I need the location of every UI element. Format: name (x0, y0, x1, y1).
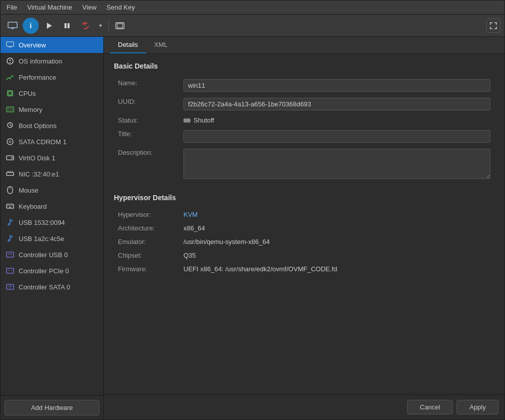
svg-rect-17 (9, 92, 12, 95)
svg-rect-4 (65, 23, 67, 28)
svg-point-15 (10, 62, 11, 63)
sidebar-label-virtio-disk-1: VirtIO Disk 1 (19, 154, 55, 162)
sidebar-item-os-information[interactable]: OS information (1, 53, 103, 69)
sidebar-item-controller-pcie-0[interactable]: Controller PCIe 0 (1, 263, 103, 279)
description-value-cell (179, 146, 494, 184)
sidebar-item-performance[interactable]: Performance (1, 69, 103, 85)
menu-view[interactable]: View (80, 3, 98, 12)
sidebar-label-keyboard: Keyboard (19, 203, 47, 210)
sidebar-item-virtio-disk-1[interactable]: VirtIO Disk 1 (1, 150, 103, 166)
apply-button[interactable]: Apply (457, 400, 498, 414)
usb-1-icon (6, 218, 15, 227)
sidebar-label-overview: Overview (19, 41, 46, 49)
svg-rect-49 (8, 240, 9, 242)
sidebar-label-controller-pcie-0: Controller PCIe 0 (19, 267, 69, 275)
uuid-value-cell: f2b26c72-2a4a-4a13-a656-1be70368d693 (179, 95, 494, 113)
sidebar-item-usb-1a2c-4c5e[interactable]: USB 1a2c:4c5e (1, 230, 103, 247)
nic-icon (6, 169, 15, 178)
power-button[interactable] (77, 18, 93, 34)
title-input[interactable] (183, 130, 490, 143)
svg-rect-54 (7, 268, 14, 273)
description-label: Description: (114, 146, 179, 184)
menu-send-key[interactable]: Send Key (104, 3, 137, 12)
fullscreen-icon (490, 22, 497, 29)
status-indicator (183, 118, 191, 123)
memory-icon (6, 105, 15, 114)
svg-rect-44 (8, 224, 9, 225)
monitor-icon (6, 40, 15, 49)
detail-content: Basic Details Name: UUID: f2b26c72-2a4a-… (104, 54, 504, 394)
sidebar-item-controller-sata-0[interactable]: Controller SATA 0 (1, 279, 103, 295)
cancel-button[interactable]: Cancel (407, 400, 453, 414)
menu-bar: File Virtual Machine View Send Key (1, 1, 504, 15)
sidebar-item-usb-1532-0094[interactable]: USB 1532:0094 (1, 214, 103, 230)
title-row: Title: (114, 127, 494, 146)
pause-icon (64, 22, 71, 29)
sidebar-item-overview[interactable]: Overview (1, 37, 103, 53)
architecture-label: Architecture: (114, 221, 179, 235)
boot-icon (6, 121, 15, 130)
hypervisor-details-table: Hypervisor: KVM Architecture: x86_64 Emu… (114, 208, 494, 276)
sidebar-item-controller-usb-0[interactable]: Controller USB 0 (1, 247, 103, 263)
description-textarea[interactable] (183, 149, 490, 179)
sidebar-label-controller-usb-0: Controller USB 0 (19, 251, 68, 259)
svg-rect-0 (8, 22, 17, 28)
status-row: Status: Shutoff (114, 113, 494, 127)
status-label: Status: (114, 113, 179, 127)
svg-rect-29 (7, 172, 14, 175)
sidebar-label-usb-1532-0094: USB 1532:0094 (19, 219, 65, 226)
architecture-value: x86_64 (179, 221, 494, 235)
sidebar-item-mouse[interactable]: Mouse (1, 182, 103, 198)
uuid-value: f2b26c72-2a4a-4a13-a656-1be70368d693 (183, 98, 490, 110)
status-value-cell: Shutoff (179, 113, 494, 127)
sidebar-label-boot-options: Boot Options (19, 122, 56, 130)
svg-rect-10 (7, 42, 14, 46)
chipset-label: Chipset: (114, 249, 179, 262)
svg-line-24 (10, 125, 12, 126)
add-hardware-button[interactable]: Add Hardware (5, 400, 99, 415)
sidebar-item-memory[interactable]: Memory (1, 101, 103, 117)
sidebar-label-controller-sata-0: Controller SATA 0 (19, 283, 70, 291)
monitor-icon (8, 22, 18, 30)
emulator-label: Emulator: (114, 235, 179, 249)
basic-details-title: Basic Details (114, 62, 494, 70)
tab-xml[interactable]: XML (146, 37, 176, 53)
sidebar-item-boot-options[interactable]: Boot Options (1, 117, 103, 134)
hypervisor-link[interactable]: KVM (183, 211, 198, 218)
info-button[interactable]: i (23, 18, 39, 34)
cdrom-icon (6, 137, 15, 146)
tab-details[interactable]: Details (110, 37, 146, 53)
hypervisor-value-cell: KVM (179, 208, 494, 221)
title-value-cell (179, 127, 494, 146)
play-button[interactable] (41, 18, 57, 34)
screenshot-icon (115, 22, 124, 29)
pause-button[interactable] (59, 18, 75, 34)
sidebar-item-nic[interactable]: NIC :32:40:e1 (1, 166, 103, 182)
hypervisor-details-title: Hypervisor Details (114, 194, 494, 202)
toolbar: i ▾ (1, 15, 504, 37)
sidebar-label-sata-cdrom-1: SATA CDROM 1 (19, 138, 67, 146)
menu-file[interactable]: File (5, 3, 19, 12)
name-label: Name: (114, 76, 179, 95)
power-dropdown[interactable]: ▾ (95, 18, 105, 34)
screenshot-button[interactable] (112, 18, 128, 34)
svg-marker-3 (47, 23, 52, 29)
menu-virtual-machine[interactable]: Virtual Machine (25, 3, 74, 12)
emulator-row: Emulator: /usr/bin/qemu-system-x86_64 (114, 235, 494, 249)
sidebar-item-sata-cdrom-1[interactable]: SATA CDROM 1 (1, 134, 103, 150)
hypervisor-label: Hypervisor: (114, 208, 179, 221)
name-input[interactable] (183, 79, 490, 92)
power-icon (81, 22, 89, 30)
monitor-button[interactable] (5, 18, 21, 34)
fullscreen-button[interactable] (486, 19, 500, 33)
sidebar-item-keyboard[interactable]: Keyboard (1, 198, 103, 214)
mouse-icon (6, 186, 15, 195)
performance-icon (6, 73, 15, 82)
controller-sata-icon (6, 282, 15, 291)
chipset-row: Chipset: Q35 (114, 249, 494, 262)
sidebar-item-cpus[interactable]: CPUs (1, 85, 103, 101)
svg-rect-27 (7, 156, 14, 160)
sidebar-label-performance: Performance (19, 74, 56, 81)
firmware-value: UEFI x86_64: /usr/share/edk2/ovmf/OVMF_C… (179, 262, 494, 276)
architecture-row: Architecture: x86_64 (114, 221, 494, 235)
